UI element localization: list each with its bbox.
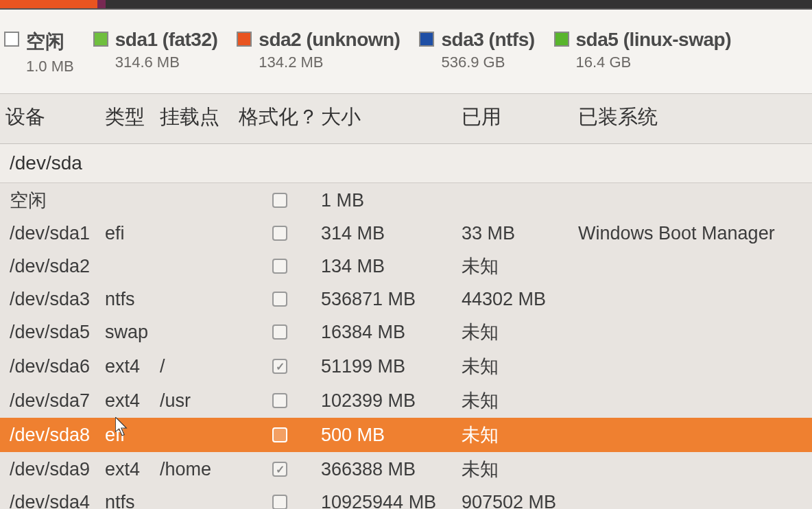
cell-used: 33 MB bbox=[462, 223, 578, 244]
cell-size: 366388 MB bbox=[321, 459, 462, 480]
col-format: 格式化？ bbox=[239, 104, 321, 131]
legend-sda3-size: 536.9 GB bbox=[441, 54, 534, 71]
format-checkbox[interactable] bbox=[272, 393, 287, 408]
partition-row[interactable]: /dev/sda6ext4/51199 MB未知 bbox=[0, 349, 812, 383]
cell-device: /dev/sda1 bbox=[5, 223, 105, 244]
cell-used: 未知 bbox=[462, 457, 578, 482]
legend-swatch-sda3 bbox=[419, 32, 434, 47]
cell-device: 空闲 bbox=[5, 188, 105, 213]
col-type: 类型 bbox=[105, 104, 160, 131]
legend-sda3: sda3 (ntfs) 536.9 GB bbox=[419, 29, 534, 71]
cell-used: 907502 MB bbox=[462, 492, 578, 510]
cell-format bbox=[239, 495, 321, 509]
cell-size: 102399 MB bbox=[321, 390, 462, 412]
cell-type: efi bbox=[105, 425, 160, 446]
format-checkbox[interactable] bbox=[272, 259, 287, 274]
legend-free: 空闲 1.0 MB bbox=[4, 29, 74, 75]
cell-mount: /home bbox=[160, 459, 239, 480]
cell-size: 500 MB bbox=[321, 425, 462, 446]
cell-device: /dev/sda9 bbox=[5, 459, 105, 480]
col-size: 大小 bbox=[321, 104, 462, 131]
cell-format bbox=[239, 259, 321, 274]
cell-device: /dev/sda8 bbox=[5, 425, 105, 446]
legend-sda5: sda5 (linux-swap) 16.4 GB bbox=[554, 29, 731, 71]
format-checkbox[interactable] bbox=[272, 359, 287, 374]
legend-free-label: 空闲 bbox=[26, 29, 74, 55]
cell-device: /dev/sda5 bbox=[5, 322, 105, 343]
cell-used: 未知 bbox=[462, 254, 578, 279]
legend-sda2-size: 134.2 MB bbox=[259, 54, 400, 71]
cell-system: Windows Boot Manager bbox=[578, 223, 811, 244]
format-checkbox[interactable] bbox=[272, 495, 287, 509]
cell-size: 51199 MB bbox=[321, 356, 462, 377]
cell-format bbox=[239, 226, 321, 241]
partition-row[interactable]: /dev/sda9ext4/home366388 MB未知 bbox=[0, 452, 812, 486]
format-checkbox[interactable] bbox=[272, 292, 287, 307]
legend-sda1-label: sda1 (fat32) bbox=[115, 29, 218, 51]
cell-used: 未知 bbox=[462, 388, 578, 413]
cell-type: ext4 bbox=[105, 459, 160, 480]
partition-row[interactable]: /dev/sda5swap16384 MB未知 bbox=[0, 315, 812, 349]
legend-sda2-label: sda2 (unknown) bbox=[259, 29, 400, 51]
col-used: 已用 bbox=[462, 104, 578, 131]
cell-format bbox=[239, 292, 321, 307]
partition-legend: 空闲 1.0 MB sda1 (fat32) 314.6 MB sda2 (un… bbox=[0, 10, 812, 94]
cell-used: 未知 bbox=[462, 423, 578, 447]
cell-format bbox=[239, 427, 321, 442]
partition-row[interactable]: /dev/sda3ntfs536871 MB44302 MB bbox=[0, 283, 812, 315]
format-checkbox[interactable] bbox=[272, 462, 287, 477]
legend-sda5-size: 16.4 GB bbox=[576, 54, 731, 71]
legend-sda3-label: sda3 (ntfs) bbox=[441, 29, 534, 51]
cell-size: 314 MB bbox=[321, 223, 462, 244]
cell-used: 未知 bbox=[462, 320, 578, 344]
cell-type: efi bbox=[105, 223, 160, 244]
cell-type: swap bbox=[105, 322, 160, 343]
partition-row[interactable]: /dev/sda1efi314 MB33 MBWindows Boot Mana… bbox=[0, 217, 812, 249]
cell-format bbox=[239, 359, 321, 374]
legend-sda2: sda2 (unknown) 134.2 MB bbox=[237, 29, 400, 71]
legend-sda1: sda1 (fat32) 314.6 MB bbox=[93, 29, 218, 71]
col-device: 设备 bbox=[5, 104, 105, 131]
legend-swatch-free bbox=[4, 32, 19, 47]
partition-table-body: /dev/sda 空闲1 MB/dev/sda1efi314 MB33 MBWi… bbox=[0, 144, 812, 509]
format-checkbox[interactable] bbox=[272, 427, 287, 442]
cell-device: /dev/sda2 bbox=[5, 256, 105, 277]
format-checkbox[interactable] bbox=[272, 324, 287, 340]
disk-name: /dev/sda bbox=[5, 152, 105, 174]
cell-size: 16384 MB bbox=[321, 322, 462, 343]
cell-format bbox=[239, 324, 321, 340]
format-checkbox[interactable] bbox=[272, 226, 287, 241]
cell-mount: /usr bbox=[160, 390, 239, 412]
cell-size: 536871 MB bbox=[321, 289, 462, 310]
disk-header-row[interactable]: /dev/sda bbox=[0, 144, 812, 183]
cell-size: 134 MB bbox=[321, 256, 462, 277]
cell-type: ntfs bbox=[105, 289, 160, 310]
partition-table-header: 设备 类型 挂载点 格式化？ 大小 已用 已装系统 bbox=[0, 94, 812, 144]
cell-type: ext4 bbox=[105, 356, 160, 377]
cell-format bbox=[239, 393, 321, 408]
cell-device: /dev/sda7 bbox=[5, 390, 105, 412]
col-system: 已装系统 bbox=[578, 104, 811, 131]
cell-format bbox=[239, 193, 321, 208]
format-checkbox[interactable] bbox=[272, 193, 287, 208]
cell-device: /dev/sda4 bbox=[5, 492, 105, 510]
cell-type: ntfs bbox=[105, 492, 160, 510]
window-accent-bar bbox=[0, 0, 812, 10]
partition-row[interactable]: /dev/sda7ext4/usr102399 MB未知 bbox=[0, 383, 812, 418]
cell-used: 44302 MB bbox=[462, 289, 578, 310]
cell-mount: / bbox=[160, 356, 239, 377]
legend-sda5-label: sda5 (linux-swap) bbox=[576, 29, 731, 51]
cell-size: 1 MB bbox=[321, 190, 462, 211]
cell-used: 未知 bbox=[462, 354, 578, 379]
cell-type: ext4 bbox=[105, 390, 160, 412]
cell-device: /dev/sda6 bbox=[5, 356, 105, 377]
partition-row[interactable]: /dev/sda8efi500 MB未知 bbox=[0, 418, 812, 452]
partition-row[interactable]: /dev/sda2134 MB未知 bbox=[0, 249, 812, 283]
legend-swatch-sda2 bbox=[237, 32, 252, 47]
legend-free-size: 1.0 MB bbox=[26, 58, 74, 75]
legend-sda1-size: 314.6 MB bbox=[115, 54, 218, 71]
col-mount: 挂载点 bbox=[160, 104, 239, 131]
cell-size: 10925944 MB bbox=[321, 492, 462, 510]
partition-row[interactable]: /dev/sda4ntfs10925944 MB907502 MB bbox=[0, 486, 812, 509]
partition-row[interactable]: 空闲1 MB bbox=[0, 183, 812, 217]
